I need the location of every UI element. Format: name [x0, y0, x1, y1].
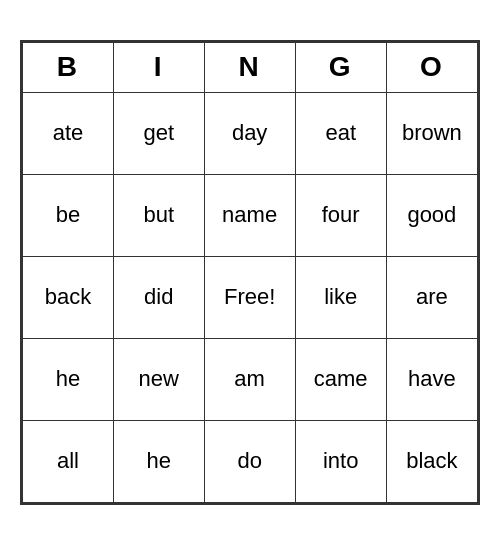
cell-r2-c1: did	[113, 256, 204, 338]
cell-r2-c4: are	[386, 256, 477, 338]
table-row: henewamcamehave	[23, 338, 478, 420]
bingo-table: BINGO ategetdayeatbrownbebutnamefourgood…	[22, 42, 478, 503]
table-row: allhedointoblack	[23, 420, 478, 502]
cell-r0-c1: get	[113, 92, 204, 174]
header-cell-o: O	[386, 42, 477, 92]
cell-r1-c4: good	[386, 174, 477, 256]
cell-r1-c1: but	[113, 174, 204, 256]
cell-r0-c2: day	[204, 92, 295, 174]
cell-r3-c4: have	[386, 338, 477, 420]
header-cell-b: B	[23, 42, 114, 92]
cell-r3-c3: came	[295, 338, 386, 420]
cell-r4-c0: all	[23, 420, 114, 502]
cell-r2-c2: Free!	[204, 256, 295, 338]
cell-r4-c4: black	[386, 420, 477, 502]
cell-r4-c1: he	[113, 420, 204, 502]
header-cell-g: G	[295, 42, 386, 92]
cell-r0-c3: eat	[295, 92, 386, 174]
cell-r1-c3: four	[295, 174, 386, 256]
cell-r3-c2: am	[204, 338, 295, 420]
cell-r4-c2: do	[204, 420, 295, 502]
header-row: BINGO	[23, 42, 478, 92]
cell-r0-c4: brown	[386, 92, 477, 174]
table-row: backdidFree!likeare	[23, 256, 478, 338]
cell-r2-c3: like	[295, 256, 386, 338]
cell-r4-c3: into	[295, 420, 386, 502]
header-cell-i: I	[113, 42, 204, 92]
bingo-card: BINGO ategetdayeatbrownbebutnamefourgood…	[20, 40, 480, 505]
table-row: ategetdayeatbrown	[23, 92, 478, 174]
table-row: bebutnamefourgood	[23, 174, 478, 256]
cell-r3-c1: new	[113, 338, 204, 420]
cell-r3-c0: he	[23, 338, 114, 420]
cell-r0-c0: ate	[23, 92, 114, 174]
cell-r1-c0: be	[23, 174, 114, 256]
cell-r1-c2: name	[204, 174, 295, 256]
cell-r2-c0: back	[23, 256, 114, 338]
header-cell-n: N	[204, 42, 295, 92]
